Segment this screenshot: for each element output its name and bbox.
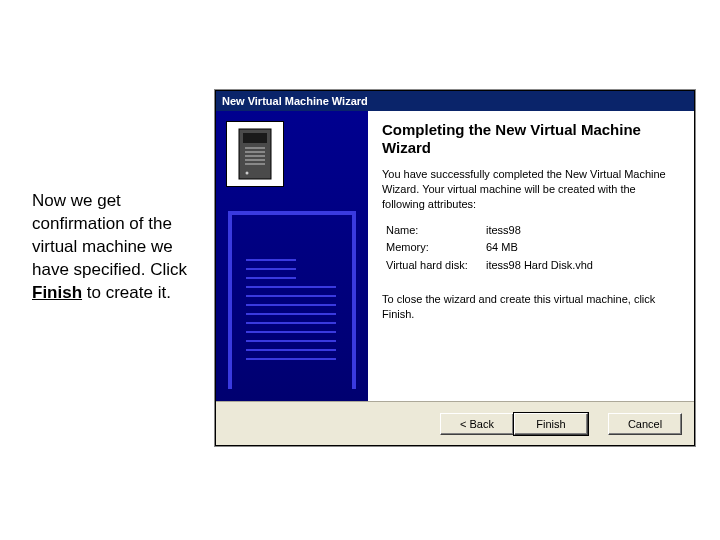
caption-post: to create it. (82, 283, 171, 302)
attr-label: Memory: (386, 239, 486, 257)
window-title: New Virtual Machine Wizard (222, 95, 368, 107)
attr-value: itess98 (486, 222, 521, 240)
titlebar: New Virtual Machine Wizard (216, 91, 694, 111)
wizard-sidebar (216, 111, 368, 401)
nav-button-pair: < Back Finish (440, 413, 588, 435)
attr-value: 64 MB (486, 239, 518, 257)
svg-rect-6 (245, 163, 265, 165)
svg-rect-5 (245, 159, 265, 161)
button-bar: < Back Finish Cancel (216, 401, 694, 445)
wizard-dialog: New Virtual Machine Wizard (215, 90, 695, 446)
instruction-caption: Now we get confirmation of the virtual m… (32, 190, 192, 305)
wizard-content: Completing the New Virtual Machine Wizar… (368, 111, 694, 401)
svg-point-7 (246, 172, 249, 175)
svg-rect-2 (245, 147, 265, 149)
server-icon (226, 121, 284, 187)
attr-label: Name: (386, 222, 486, 240)
back-button[interactable]: < Back (440, 413, 514, 435)
attributes-list: Name: itess98 Memory: 64 MB Virtual hard… (386, 222, 680, 275)
wizard-body: Completing the New Virtual Machine Wizar… (216, 111, 694, 401)
cancel-button[interactable]: Cancel (608, 413, 682, 435)
attr-row-name: Name: itess98 (386, 222, 680, 240)
svg-rect-3 (245, 151, 265, 153)
finish-button[interactable]: Finish (514, 413, 588, 435)
close-instruction: To close the wizard and create this virt… (382, 292, 680, 322)
attr-row-vhd: Virtual hard disk: itess98 Hard Disk.vhd (386, 257, 680, 275)
attr-label: Virtual hard disk: (386, 257, 486, 275)
intro-text: You have successfully completed the New … (382, 167, 680, 212)
attr-value: itess98 Hard Disk.vhd (486, 257, 593, 275)
attr-row-memory: Memory: 64 MB (386, 239, 680, 257)
caption-pre: Now we get confirmation of the virtual m… (32, 191, 187, 279)
svg-rect-4 (245, 155, 265, 157)
svg-rect-1 (243, 133, 267, 143)
caption-bold: Finish (32, 283, 82, 302)
sidebar-lines (246, 259, 338, 367)
page-title: Completing the New Virtual Machine Wizar… (382, 121, 680, 157)
